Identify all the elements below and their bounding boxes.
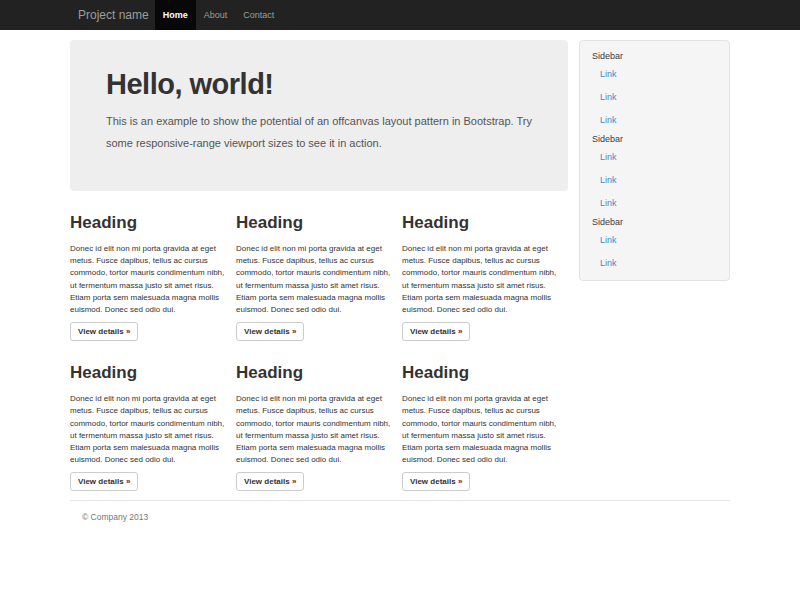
feature-card: Heading Donec id elit non mi porta gravi… [236,341,393,491]
cards-row-1: Heading Donec id elit non mi porta gravi… [70,191,568,341]
nav-item-home[interactable]: Home [155,0,196,30]
card-body-text: Donec id elit non mi porta gravida at eg… [70,393,226,466]
sidebar-link[interactable]: Link [580,229,729,252]
card-body-text: Donec id elit non mi porta gravida at eg… [402,393,558,466]
nav-item-contact[interactable]: Contact [235,0,282,30]
sidebar-link[interactable]: Link [580,109,729,132]
page-container: Hello, world! This is an example to show… [70,30,730,522]
feature-card: Heading Donec id elit non mi porta gravi… [402,191,559,341]
sidebar-group-heading: Sidebar [580,215,729,229]
sidebar-group-heading: Sidebar [580,132,729,146]
card-heading: Heading [402,363,559,383]
sidebar-well: Sidebar Link Link Link Sidebar Link Link… [579,40,730,281]
content-row: Hello, world! This is an example to show… [70,30,730,491]
footer: © Company 2013 [70,512,730,522]
view-details-button[interactable]: View details » [236,472,304,491]
card-heading: Heading [236,213,393,233]
card-heading: Heading [402,213,559,233]
feature-card: Heading Donec id elit non mi porta gravi… [402,341,559,491]
navbar: Project name Home About Contact [0,0,800,30]
card-heading: Heading [70,363,227,383]
copyright-text: © Company 2013 [82,512,730,522]
card-body-text: Donec id elit non mi porta gravida at eg… [402,243,558,316]
view-details-button[interactable]: View details » [236,322,304,341]
page-title: Hello, world! [106,68,532,101]
view-details-button[interactable]: View details » [402,472,470,491]
view-details-button[interactable]: View details » [70,472,138,491]
sidebar-link[interactable]: Link [580,86,729,109]
card-heading: Heading [70,213,227,233]
brand-link[interactable]: Project name [70,0,149,30]
nav-item-about[interactable]: About [196,0,236,30]
footer-divider [70,500,730,501]
card-heading: Heading [236,363,393,383]
main-column: Hello, world! This is an example to show… [70,40,568,491]
card-body-text: Donec id elit non mi porta gravida at eg… [70,243,226,316]
feature-card: Heading Donec id elit non mi porta gravi… [236,191,393,341]
feature-card: Heading Donec id elit non mi porta gravi… [70,341,227,491]
feature-card: Heading Donec id elit non mi porta gravi… [70,191,227,341]
sidebar-link[interactable]: Link [580,192,729,215]
card-body-text: Donec id elit non mi porta gravida at eg… [236,243,392,316]
sidebar-link[interactable]: Link [580,146,729,169]
sidebar-link[interactable]: Link [580,169,729,192]
cards-row-2: Heading Donec id elit non mi porta gravi… [70,341,568,491]
jumbotron: Hello, world! This is an example to show… [70,40,568,191]
card-body-text: Donec id elit non mi porta gravida at eg… [236,393,392,466]
nav-menu: Home About Contact [155,0,283,30]
sidebar-link[interactable]: Link [580,63,729,86]
view-details-button[interactable]: View details » [70,322,138,341]
navbar-container: Project name Home About Contact [70,0,730,30]
jumbotron-text: This is an example to show the potential… [106,110,532,154]
sidebar-link[interactable]: Link [580,252,729,275]
view-details-button[interactable]: View details » [402,322,470,341]
sidebar: Sidebar Link Link Link Sidebar Link Link… [579,40,730,491]
sidebar-group-heading: Sidebar [580,49,729,63]
